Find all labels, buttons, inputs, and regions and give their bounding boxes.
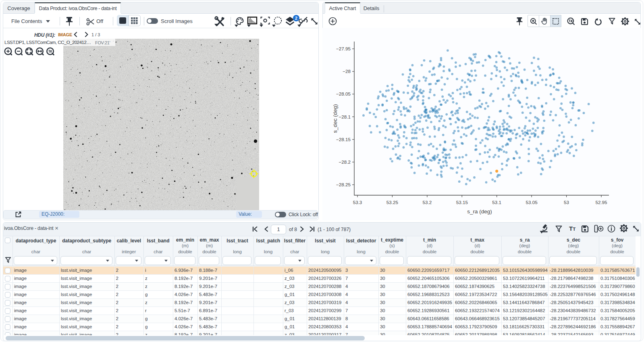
- svg-text:53.2: 53.2: [423, 200, 432, 205]
- svg-text:53: 53: [564, 200, 569, 205]
- svg-text:−27.95: −27.95: [336, 46, 351, 51]
- svg-text:−28.05: −28.05: [336, 91, 351, 96]
- svg-text:s_ra (deg): s_ra (deg): [467, 209, 492, 215]
- svg-text:53.1: 53.1: [492, 200, 501, 205]
- svg-text:53.25: 53.25: [386, 200, 399, 205]
- svg-text:53.05: 53.05: [526, 200, 538, 205]
- svg-text:−28: −28: [343, 69, 351, 74]
- svg-text:s_dec (deg): s_dec (deg): [332, 104, 338, 133]
- svg-text:53.15: 53.15: [456, 200, 468, 205]
- svg-text:52.95: 52.95: [595, 200, 607, 205]
- svg-text:−28.2: −28.2: [339, 159, 351, 165]
- svg-text:−28.25: −28.25: [336, 182, 351, 187]
- svg-text:−28.1: −28.1: [339, 114, 351, 119]
- svg-text:53.3: 53.3: [353, 200, 362, 205]
- svg-text:−28.15: −28.15: [336, 137, 351, 142]
